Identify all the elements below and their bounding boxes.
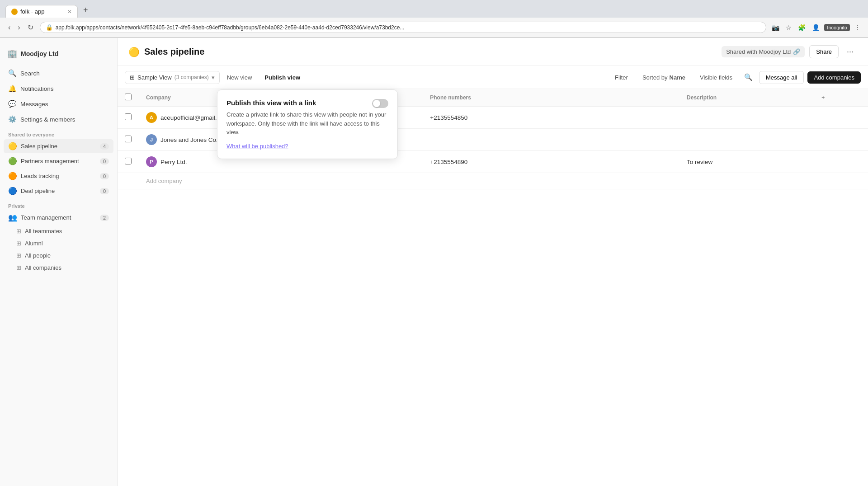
publish-toggle[interactable]: [372, 99, 388, 108]
add-company-cell: Add company: [139, 173, 868, 189]
sort-label: Sorted by: [642, 74, 668, 81]
description-cell-3: To review: [679, 151, 814, 173]
forward-button[interactable]: ›: [15, 22, 23, 33]
extra-cell-2: [814, 129, 868, 151]
shared-section-label: Shared to everyone: [0, 127, 117, 139]
col3-cell-2: [591, 129, 635, 151]
sidebar-item-all-people[interactable]: ⊞ All people: [4, 250, 113, 261]
more-options-button[interactable]: ···: [843, 45, 857, 58]
phone-cell-3: +2135554890: [423, 151, 591, 173]
row-checkbox-cell-2: [118, 129, 139, 151]
team-count: 2: [100, 215, 109, 221]
gear-icon: ⚙️: [8, 115, 17, 123]
sidebar-item-notifications-label: Notifications: [20, 85, 54, 92]
private-groups: 👥 Team management 2 ⊞ All teammates ⊞ Al…: [0, 211, 117, 273]
row-checkbox-3[interactable]: [125, 158, 132, 164]
select-all-checkbox[interactable]: [125, 94, 132, 100]
address-bar[interactable]: 🔒 app.folk.app/apps/contacts/network/4f6…: [40, 22, 767, 33]
leads-icon: 🟠: [8, 172, 17, 180]
bookmark-icon[interactable]: ☆: [784, 22, 793, 33]
col4-header: [636, 89, 679, 107]
shared-badge: Shared with Moodjoy Ltd 🔗: [722, 46, 805, 57]
publish-view-button[interactable]: Publish view: [259, 71, 306, 84]
add-column-button[interactable]: +: [814, 89, 868, 107]
all-people-label: All people: [25, 252, 51, 259]
sidebar: 🏢 Moodjoy Ltd 🔍 Search 🔔 Notifications 💬…: [0, 38, 118, 486]
nav-buttons: ‹ › ↻: [5, 21, 36, 33]
tab-bar: folk - app ✕ +: [0, 0, 868, 18]
new-view-button[interactable]: New view: [222, 71, 258, 84]
add-company-button[interactable]: Add company: [146, 178, 182, 184]
back-button[interactable]: ‹: [5, 22, 13, 33]
add-companies-button[interactable]: Add companies: [807, 71, 861, 84]
filter-button[interactable]: Filter: [609, 71, 633, 84]
col3-cell-1: [591, 107, 635, 129]
new-tab-button[interactable]: +: [79, 3, 93, 18]
page-title: Sales pipeline: [144, 47, 204, 57]
sidebar-item-partners-management[interactable]: 🟢 Partners management 0: [4, 154, 113, 168]
team-label: Team management: [21, 214, 71, 221]
toggle-knob: [373, 100, 380, 107]
visible-fields-button[interactable]: Visible fields: [694, 71, 738, 84]
main-header: 🟡 Sales pipeline Shared with Moodjoy Ltd…: [118, 38, 868, 66]
deal-count: 0: [100, 188, 109, 194]
sidebar-item-deal-pipeline[interactable]: 🔵 Deal pipeline 0: [4, 184, 113, 198]
profile-icon[interactable]: 👤: [810, 22, 821, 33]
tab-close-button[interactable]: ✕: [67, 9, 72, 15]
private-section-label: Private: [0, 198, 117, 211]
sales-pipeline-count: 4: [100, 143, 109, 150]
all-companies-label: All companies: [25, 264, 61, 271]
workspace-name: Moodjoy Ltd: [21, 50, 58, 57]
grid-icon-2: ⊞: [16, 240, 21, 247]
company-avatar-3: P: [146, 156, 157, 167]
sidebar-item-alumni[interactable]: ⊞ Alumni: [4, 238, 113, 249]
sidebar-item-team-management[interactable]: 👥 Team management 2: [4, 211, 113, 225]
sidebar-item-search[interactable]: 🔍 Search: [4, 66, 113, 80]
company-name-1[interactable]: aceupofficial@gmail.c...: [160, 114, 225, 121]
sidebar-item-sales-pipeline[interactable]: 🟡 Sales pipeline 4: [4, 139, 113, 153]
main-content: 🟡 Sales pipeline Shared with Moodjoy Ltd…: [118, 38, 868, 486]
company-name-2[interactable]: Jones and Jones Co.: [160, 136, 218, 143]
extension-icon[interactable]: 🧩: [796, 22, 807, 33]
leads-count: 0: [100, 173, 109, 179]
company-name-3[interactable]: Perry Ltd.: [160, 159, 187, 165]
reload-button[interactable]: ↻: [25, 21, 36, 33]
shared-with-text: Shared with Moodjoy Ltd: [726, 48, 791, 55]
partners-count: 0: [100, 158, 109, 164]
share-link-icon: 🔗: [793, 48, 800, 55]
sort-button[interactable]: Sorted by Name: [637, 71, 691, 84]
address-text: app.folk.app/apps/contacts/network/4f652…: [56, 24, 761, 31]
add-company-checkbox-cell: [118, 173, 139, 189]
sidebar-item-leads-tracking[interactable]: 🟠 Leads tracking 0: [4, 169, 113, 183]
popup-link[interactable]: What will be published?: [226, 143, 288, 150]
sidebar-item-settings[interactable]: ⚙️ Settings & members: [4, 112, 113, 127]
description-cell-2: [679, 129, 814, 151]
partners-icon: 🟢: [8, 157, 17, 165]
toolbar-right: Filter Sorted by Name Visible fields 🔍 M…: [609, 70, 861, 84]
header-actions: Shared with Moodjoy Ltd 🔗 Share ···: [722, 45, 857, 58]
popup-description: Create a private link to share this view…: [226, 110, 388, 137]
share-button[interactable]: Share: [809, 45, 839, 58]
row-checkbox-2[interactable]: [125, 136, 132, 142]
camera-off-icon[interactable]: 📷: [770, 22, 781, 33]
row-checkbox-cell-1: [118, 107, 139, 129]
col4-cell-1: [636, 107, 679, 129]
col4-cell-3: [636, 151, 679, 173]
sidebar-item-all-teammates[interactable]: ⊞ All teammates: [4, 225, 113, 237]
bell-icon: 🔔: [8, 84, 17, 93]
row-checkbox-1[interactable]: [125, 113, 132, 120]
sidebar-item-notifications[interactable]: 🔔 Notifications: [4, 81, 113, 96]
view-icon: ⊞: [130, 74, 135, 81]
col3-header: [591, 89, 635, 107]
active-tab[interactable]: folk - app ✕: [5, 5, 78, 18]
search-button[interactable]: 🔍: [741, 70, 755, 84]
extra-cell-1: [814, 107, 868, 129]
menu-icon[interactable]: ⋮: [853, 22, 863, 33]
message-all-button[interactable]: Message all: [759, 71, 804, 84]
sidebar-item-all-companies[interactable]: ⊞ All companies: [4, 262, 113, 273]
browser-actions: 📷 ☆ 🧩 👤 Incognito ⋮: [770, 22, 863, 33]
sidebar-nav: 🔍 Search 🔔 Notifications 💬 Messages ⚙️ S…: [0, 66, 117, 127]
alumni-label: Alumni: [25, 240, 43, 247]
view-selector[interactable]: ⊞ Sample View (3 companies) ▾: [125, 71, 220, 84]
sidebar-item-messages[interactable]: 💬 Messages: [4, 97, 113, 111]
